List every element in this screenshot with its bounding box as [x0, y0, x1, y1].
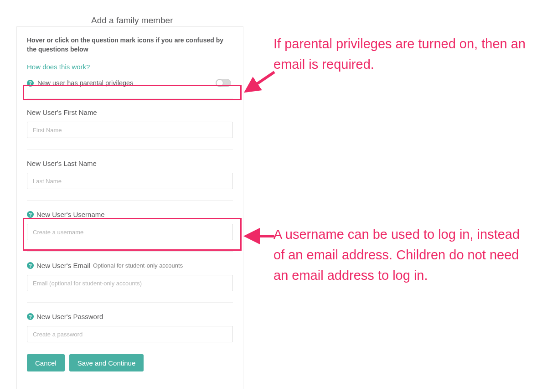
- form-hint: Hover or click on the question mark icon…: [27, 36, 233, 54]
- last-name-section: New User's Last Name: [27, 160, 233, 189]
- last-name-label: New User's Last Name: [27, 160, 97, 167]
- highlight-username-section: [23, 218, 242, 251]
- username-label: New User's Username: [36, 211, 105, 218]
- arrow-icon: [241, 68, 277, 105]
- form-buttons: Cancel Save and Continue: [27, 354, 233, 371]
- svg-line-0: [246, 72, 274, 91]
- help-icon[interactable]: ?: [27, 313, 34, 320]
- save-button[interactable]: Save and Continue: [69, 354, 144, 371]
- first-name-input[interactable]: [27, 122, 233, 138]
- password-label: New User's Password: [36, 313, 103, 320]
- cancel-button[interactable]: Cancel: [27, 354, 65, 371]
- arrow-icon: [241, 228, 277, 246]
- annotation-username: A username can be used to log in, instea…: [274, 224, 529, 286]
- annotation-parental: If parental privileges are turned on, th…: [274, 34, 529, 75]
- email-label: New User's Email: [36, 262, 90, 269]
- divider: [27, 251, 233, 252]
- first-name-section: New User's First Name: [27, 108, 233, 138]
- email-section: ? New User's Email Optional for student-…: [27, 262, 233, 291]
- help-icon[interactable]: ?: [27, 211, 34, 218]
- add-member-form: Hover or click on the question mark icon…: [16, 26, 243, 389]
- last-name-input[interactable]: [27, 173, 233, 189]
- help-icon[interactable]: ?: [27, 262, 34, 269]
- email-sublabel: Optional for student-only accounts: [93, 262, 183, 269]
- divider: [27, 149, 233, 150]
- divider: [27, 302, 233, 303]
- password-section: ? New User's Password: [27, 313, 233, 342]
- divider: [27, 200, 233, 201]
- first-name-label: New User's First Name: [27, 108, 97, 116]
- highlight-parental-row: [23, 85, 242, 100]
- how-does-this-work-link[interactable]: How does this work?: [27, 63, 233, 71]
- page-title: Add a family member: [91, 15, 173, 26]
- email-input[interactable]: [27, 275, 233, 291]
- password-input[interactable]: [27, 326, 233, 342]
